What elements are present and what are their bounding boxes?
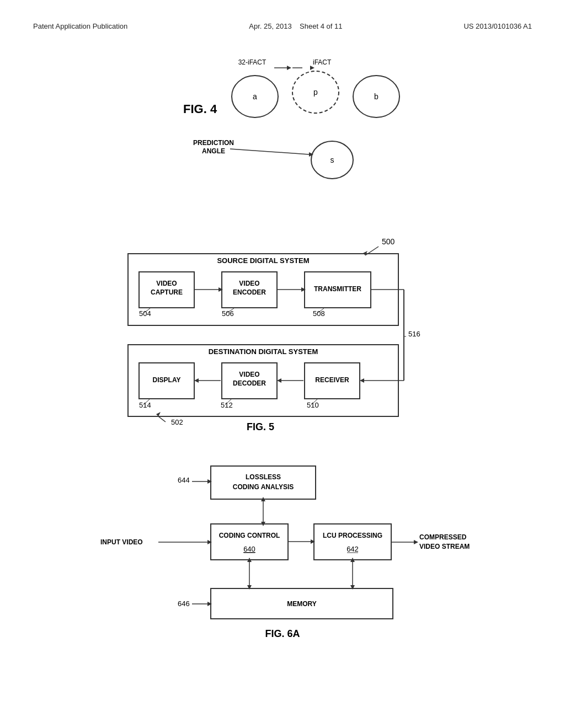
arrowhead-502 xyxy=(156,412,161,416)
num-510: 510 xyxy=(307,401,319,409)
num-516: 516 xyxy=(408,330,420,338)
fig4-svg: FIG. 4 a p b s 32-iFACT iFACT PR xyxy=(150,52,415,207)
compressed-label1: COMPRESSED xyxy=(419,533,467,541)
header-sheet: Sheet 4 of 11 xyxy=(300,22,342,30)
label-32ifact: 32-iFACT xyxy=(238,58,266,66)
fig4-container: FIG. 4 a p b s 32-iFACT iFACT PR xyxy=(33,52,532,207)
video-capture-label2: CAPTURE xyxy=(151,288,183,296)
num-508: 508 xyxy=(313,309,325,318)
header: Patent Application Publication Apr. 25, … xyxy=(33,22,532,30)
receiver-label: RECEIVER xyxy=(315,376,349,384)
lossless-label1: LOSSLESS xyxy=(246,473,281,481)
arrowhead-rec-dec xyxy=(277,378,281,383)
display-label: DISPLAY xyxy=(153,376,181,384)
source-title: SOURCE DIGITAL SYSTEM xyxy=(217,256,309,265)
page: Patent Application Publication Apr. 25, … xyxy=(0,0,565,728)
coding-control-block xyxy=(211,524,288,560)
pred-angle-arrow xyxy=(230,149,309,154)
arrowhead-dec-disp xyxy=(194,378,199,383)
header-center: Apr. 25, 2013 Sheet 4 of 11 xyxy=(249,22,342,30)
fig5-label: FIG. 5 xyxy=(247,421,274,432)
num-642: 642 xyxy=(347,545,359,553)
video-encoder-label2: ENCODER xyxy=(233,288,266,296)
header-right: US 2013/0101036 A1 xyxy=(463,22,532,30)
publication-label: Patent Application Publication xyxy=(33,22,127,30)
coding-ctrl-label1: CODING CONTROL xyxy=(219,532,280,539)
prediction-angle-label: PREDICTION xyxy=(193,139,234,147)
num-640: 640 xyxy=(243,545,255,553)
video-decoder-label2: DECODER xyxy=(233,379,266,387)
num-506: 506 xyxy=(222,309,234,318)
circle-p-label: p xyxy=(313,88,318,97)
prediction-angle-label2: ANGLE xyxy=(202,147,225,155)
header-left: Patent Application Publication xyxy=(33,22,127,30)
fig6a-svg: LOSSLESS CODING ANALYSIS 644 CODING CONT… xyxy=(84,461,481,648)
label-500: 500 xyxy=(382,237,395,246)
num-502: 502 xyxy=(171,418,183,426)
num-512: 512 xyxy=(221,401,233,409)
video-encoder-label1: VIDEO xyxy=(239,280,259,287)
circle-a-label: a xyxy=(253,92,257,101)
arrow-502 xyxy=(158,416,166,422)
lossless-coding-block xyxy=(211,466,316,499)
fig6-container: LOSSLESS CODING ANALYSIS 644 CODING CONT… xyxy=(33,461,532,648)
memory-label: MEMORY xyxy=(287,600,317,608)
num-514: 514 xyxy=(139,401,151,409)
num-644: 644 xyxy=(178,476,190,484)
fig4-label: FIG. 4 xyxy=(183,102,217,116)
num-504: 504 xyxy=(139,309,151,318)
circle-b-label: b xyxy=(374,92,379,101)
video-capture-label1: VIDEO xyxy=(156,280,177,287)
video-decoder-label1: VIDEO xyxy=(239,371,259,378)
fig5-svg: 500 SOURCE DIGITAL SYSTEM VIDEO CAPTURE … xyxy=(95,234,470,433)
lcu-processing-block xyxy=(314,524,391,560)
arrowhead-lcu-comp xyxy=(414,540,418,544)
input-video-label1: INPUT VIDEO xyxy=(100,538,143,546)
fig5-container: 500 SOURCE DIGITAL SYSTEM VIDEO CAPTURE … xyxy=(33,234,532,433)
label-ifact: iFACT xyxy=(313,58,332,66)
arrowhead-line-rec xyxy=(360,378,364,383)
fig6a-label: FIG. 6A xyxy=(265,628,300,639)
publication-number: US 2013/0101036 A1 xyxy=(463,22,532,30)
arrow-32ifact-head xyxy=(287,66,291,70)
arrow-ifact-head xyxy=(310,66,315,70)
dest-title: DESTINATION DIGITAL SYSTEM xyxy=(209,347,318,356)
compressed-label2: VIDEO STREAM xyxy=(419,543,470,550)
circle-s-label: s xyxy=(331,156,334,164)
num-646: 646 xyxy=(178,599,190,608)
transmitter-label: TRANSMITTER xyxy=(314,285,361,293)
header-date: Apr. 25, 2013 xyxy=(249,22,291,30)
lcu-proc-label1: LCU PROCESSING xyxy=(323,532,382,539)
lossless-label2: CODING ANALYSIS xyxy=(233,483,294,491)
